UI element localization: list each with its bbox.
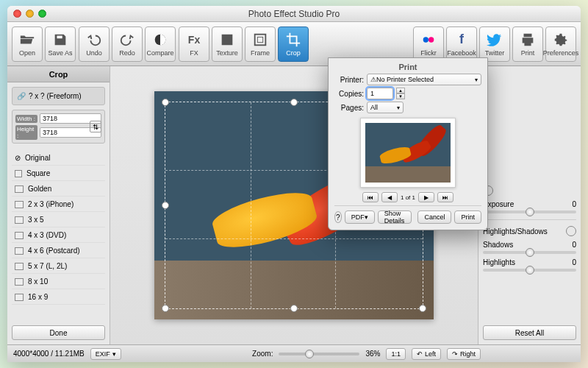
aspect-square[interactable]: Square xyxy=(12,166,105,181)
fx-icon: Fx xyxy=(186,32,202,48)
highlights-row: Highlights0 xyxy=(483,258,576,272)
exposure-slider[interactable] xyxy=(483,210,576,213)
folder-open-icon xyxy=(19,32,35,48)
save-icon xyxy=(52,32,68,48)
flickr-button[interactable]: Flickr xyxy=(413,26,444,62)
frame-button[interactable]: Frame xyxy=(245,26,276,62)
printer-select[interactable]: ⚠ No Printer Selected xyxy=(367,74,481,85)
facebook-icon: f xyxy=(453,32,470,48)
reset-all-button[interactable]: Reset All xyxy=(483,325,576,340)
aspect-16x9[interactable]: 16 x 9 xyxy=(12,290,105,305)
sidebar-title: Crop xyxy=(7,66,110,82)
zoom-value: 36% xyxy=(365,350,380,358)
open-button[interactable]: Open xyxy=(12,26,43,62)
crop-handle-bl[interactable] xyxy=(162,305,169,312)
rect-icon xyxy=(15,232,24,239)
rect-icon xyxy=(15,294,24,301)
width-label: Width : xyxy=(15,115,37,123)
copies-stepper[interactable]: ▲▼ xyxy=(396,88,405,99)
print-confirm-button[interactable]: Print xyxy=(454,210,481,224)
rotate-left-button[interactable]: ↶Left xyxy=(412,348,441,360)
undo-button[interactable]: Undo xyxy=(79,26,110,62)
compare-icon xyxy=(152,32,168,48)
rotate-right-button[interactable]: ↷Right xyxy=(447,348,481,360)
shadows-slider[interactable] xyxy=(483,251,576,254)
svg-point-4 xyxy=(429,37,434,42)
titlebar: Photo Effect Studio Pro xyxy=(7,6,581,22)
facebook-button[interactable]: fFacebook xyxy=(446,26,477,62)
pdf-button[interactable]: PDF ▾ xyxy=(345,210,375,224)
statusbar: 4000*4000 / 11.21MB EXIF ▾ Zoom: 36% 1:1… xyxy=(7,344,581,362)
undo-icon[interactable] xyxy=(566,226,576,236)
page-indicator: 1 of 1 xyxy=(401,194,415,201)
cancel-button[interactable]: Cancel xyxy=(417,210,451,224)
exif-button[interactable]: EXIF ▾ xyxy=(90,348,121,360)
aspect-original[interactable]: ⊘Original xyxy=(12,151,105,166)
print-dialog: Print Printer: ⚠ No Printer Selected Cop… xyxy=(328,57,488,230)
rect-icon xyxy=(15,247,24,255)
done-button[interactable]: Done xyxy=(12,325,105,340)
page-last-button[interactable]: ⏭ xyxy=(437,192,453,202)
copies-label: Copies: xyxy=(334,90,364,98)
aspect-5x7[interactable]: 5 x 7 (L, 2L) xyxy=(12,259,105,274)
aspect-3x5[interactable]: 3 x 5 xyxy=(12,213,105,227)
aspect-golden[interactable]: Golden xyxy=(12,182,105,197)
crop-handle-ml[interactable] xyxy=(162,202,169,209)
crop-handle-bm[interactable] xyxy=(290,305,298,312)
zoom-slider[interactable] xyxy=(279,353,359,355)
content-area: Crop 🔗 ? x ? (Freeform) Width : 3718 Hei… xyxy=(7,66,581,344)
svg-rect-1 xyxy=(255,34,266,45)
rect-icon xyxy=(15,201,24,208)
aspect-8x10[interactable]: 8 x 10 xyxy=(12,275,105,289)
fx-button[interactable]: FxFX xyxy=(179,26,209,62)
save-as-button[interactable]: Save As xyxy=(45,26,76,62)
gear-icon xyxy=(553,32,569,48)
freeform-aspect[interactable]: 🔗 ? x ? (Freeform) xyxy=(12,87,105,105)
maximize-icon[interactable] xyxy=(38,10,46,18)
aspect-4x6[interactable]: 4 x 6 (Postcard) xyxy=(12,244,105,258)
crop-handle-tm[interactable] xyxy=(290,99,298,106)
exposure-row: Exposure0 xyxy=(483,200,576,213)
aspect-list: ⊘Original Square Golden 2 x 3 (iPhone) 3… xyxy=(7,148,110,321)
image-size-info: 4000*4000 / 11.21MB xyxy=(13,350,85,358)
compare-button[interactable]: Compare xyxy=(145,26,176,62)
minimize-icon[interactable] xyxy=(26,10,34,18)
swap-dimensions-icon[interactable]: ⇅ xyxy=(90,121,101,132)
crop-sidebar: Crop 🔗 ? x ? (Freeform) Width : 3718 Hei… xyxy=(7,66,110,344)
show-details-button[interactable]: Show Details xyxy=(378,210,412,224)
close-icon[interactable] xyxy=(13,10,21,18)
printer-label: Printer: xyxy=(334,76,364,84)
print-button[interactable]: Print xyxy=(512,26,543,62)
preview-pager: ⏮ ◀ 1 of 1 ▶ ⏭ xyxy=(334,192,481,202)
height-label: Height : xyxy=(15,125,37,140)
no-icon: ⊘ xyxy=(15,154,21,162)
texture-button[interactable]: Texture xyxy=(212,26,243,62)
page-next-button[interactable]: ▶ xyxy=(418,192,434,202)
app-window: Photo Effect Studio Pro Open Save As Und… xyxy=(7,6,581,362)
toolbar: Open Save As Undo Redo Compare FxFX Text… xyxy=(7,22,581,66)
redo-button[interactable]: Redo xyxy=(112,26,143,62)
preferences-button[interactable]: Preferences xyxy=(545,26,576,62)
aspect-2x3[interactable]: 2 x 3 (iPhone) xyxy=(12,197,105,212)
crop-button[interactable]: Crop xyxy=(278,26,309,62)
zoom-1-1-button[interactable]: 1:1 xyxy=(386,348,406,360)
crop-handle-tl[interactable] xyxy=(162,99,169,106)
help-button[interactable]: ? xyxy=(334,211,342,223)
page-prev-button[interactable]: ◀ xyxy=(381,192,398,202)
rect-icon xyxy=(15,185,24,193)
rect-icon xyxy=(15,263,24,270)
adjustments-panel: Exposure0 Highlights/Shadows Shadows0 Hi… xyxy=(478,66,581,344)
rect-icon xyxy=(15,170,22,177)
rect-icon xyxy=(15,216,24,224)
copies-input[interactable]: 1 xyxy=(367,88,393,99)
aspect-4x3[interactable]: 4 x 3 (DVD) xyxy=(12,228,105,243)
page-first-button[interactable]: ⏮ xyxy=(362,192,379,202)
undo-icon xyxy=(86,32,102,48)
exposure-row xyxy=(483,185,576,196)
pages-select[interactable]: All xyxy=(367,102,404,113)
crop-handle-br[interactable] xyxy=(419,305,426,312)
texture-icon xyxy=(219,32,235,48)
print-icon xyxy=(520,32,536,48)
highlights-slider[interactable] xyxy=(483,269,576,272)
twitter-button[interactable]: Twitter xyxy=(479,26,510,62)
